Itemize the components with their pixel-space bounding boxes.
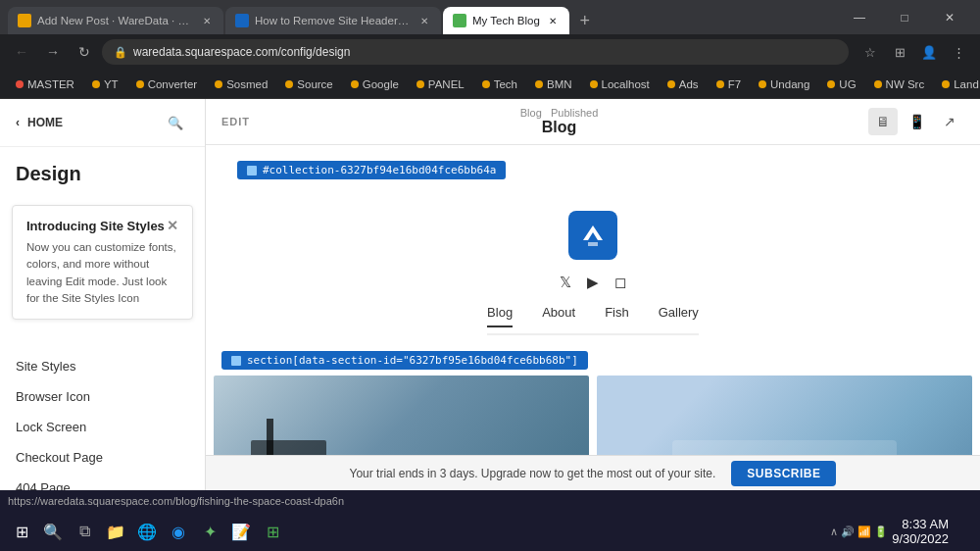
sidebar-search-button[interactable]: 🔍 xyxy=(162,109,189,136)
tooltip-close-button[interactable]: ✕ xyxy=(167,218,178,233)
tab-2[interactable]: How to Remove Site Header Sp... ✕ xyxy=(225,7,441,34)
sidebar-item-browser-icon[interactable]: Browser Icon xyxy=(0,381,205,412)
content-area: ‹ HOME 🔍 Design Introducing Site Styles … xyxy=(0,99,980,490)
bookmark-item[interactable]: Google xyxy=(343,74,407,95)
selector-badge-2-wrap: section[data-section-id="6327bf95e16bd04… xyxy=(206,345,980,376)
bookmark-item[interactable]: BMN xyxy=(527,74,580,95)
edge-icon[interactable]: ◉ xyxy=(165,518,192,545)
selector-icon-2 xyxy=(231,356,241,366)
bookmark-item[interactable]: PANEL xyxy=(409,74,472,95)
blog-title: Blog xyxy=(542,119,577,136)
refresh-button[interactable]: ↻ xyxy=(71,38,98,66)
bookmark-item[interactable]: Land xyxy=(934,74,980,95)
tab-bar: Add New Post · WareData · W... ✕ How to … xyxy=(0,0,980,34)
desktop-view-button[interactable]: 🖥 xyxy=(868,108,898,135)
tab-1-close[interactable]: ✕ xyxy=(200,14,214,27)
address-text: waredata.squarespace.com/config/design xyxy=(133,45,350,59)
tooltip-box: Introducing Site Styles ✕ Now you can cu… xyxy=(12,205,193,320)
browser-window: Add New Post · WareData · W... ✕ How to … xyxy=(0,0,980,512)
tab-2-title: How to Remove Site Header Sp... xyxy=(255,15,412,26)
file-explorer-icon[interactable]: 📁 xyxy=(102,518,129,545)
start-button[interactable]: ⊞ xyxy=(8,518,35,545)
tab-2-close[interactable]: ✕ xyxy=(417,14,431,27)
tab-3-title: My Tech Blog xyxy=(472,15,540,26)
taskbar-left: ⊞ 🔍 ⧉ 📁 🌐 ◉ ✦ 📝 ⊞ xyxy=(8,518,286,545)
browser-chrome: Add New Post · WareData · W... ✕ How to … xyxy=(0,0,980,99)
system-tray: ∧ 🔊 📶 🔋 8:33 AM 9/30/2022 xyxy=(830,517,972,546)
bookmark-item[interactable]: Undang xyxy=(751,74,817,95)
status-bar: https://waredata.squarespace.com/blog/fi… xyxy=(0,490,980,512)
upgrade-message: Your trial ends in 3 days. Upgrade now t… xyxy=(350,467,716,480)
close-button[interactable]: ✕ xyxy=(927,0,972,34)
window-controls: — □ ✕ xyxy=(837,0,972,34)
forward-button[interactable]: → xyxy=(39,38,67,66)
address-bar-actions: ☆ ⊞ 👤 ⋮ xyxy=(857,38,972,66)
nav-item-fish[interactable]: Fish xyxy=(605,305,629,326)
chrome-icon[interactable]: 🌐 xyxy=(133,518,161,545)
expand-button[interactable]: ↗ xyxy=(935,108,964,135)
taskbar-time: 8:33 AM 9/30/2022 xyxy=(892,517,949,546)
tab-1-favicon xyxy=(18,14,31,27)
tab-3[interactable]: My Tech Blog ✕ xyxy=(443,7,569,34)
nav-item-about[interactable]: About xyxy=(542,305,575,326)
nav-item-blog[interactable]: Blog xyxy=(487,305,513,327)
bookmark-item[interactable]: UG xyxy=(819,74,863,95)
extensions-icon[interactable]: ⊞ xyxy=(886,38,913,66)
instagram-icon[interactable]: ◻ xyxy=(614,274,626,291)
mobile-view-button[interactable]: 📱 xyxy=(902,108,931,135)
tab-1[interactable]: Add New Post · WareData · W... ✕ xyxy=(8,7,223,34)
home-label: HOME xyxy=(27,116,63,129)
site-header: 𝕏 ▶ ◻ BlogAboutFishGallery xyxy=(206,191,980,345)
sidebar-item-404-page[interactable]: 404 Page xyxy=(0,473,205,490)
task-view-button[interactable]: ⧉ xyxy=(71,518,98,545)
youtube-icon[interactable]: ▶ xyxy=(587,274,599,291)
subscribe-button[interactable]: SUBSCRIBE xyxy=(731,461,836,486)
edit-header: EDIT Blog Published Blog 🖥 📱 ↗ xyxy=(206,99,980,145)
address-bar[interactable]: 🔒 waredata.squarespace.com/config/design xyxy=(102,39,849,65)
selector-badge-1-wrap: #collection-6327bf94e16bd04fce6bb64a xyxy=(206,145,980,191)
sidebar-item-checkout-page[interactable]: Checkout Page xyxy=(0,442,205,473)
sidebar-item-site-styles[interactable]: Site Styles xyxy=(0,351,205,381)
bookmark-item[interactable]: Localhost xyxy=(582,74,658,95)
maximize-button[interactable]: □ xyxy=(882,0,927,34)
site-logo xyxy=(568,211,617,260)
view-controls: 🖥 📱 ↗ xyxy=(868,108,964,135)
profile-icon[interactable]: 👤 xyxy=(915,38,943,66)
lock-icon: 🔒 xyxy=(114,46,127,59)
tab-1-title: Add New Post · WareData · W... xyxy=(37,15,194,26)
menu-icon[interactable]: ⋮ xyxy=(945,38,972,66)
bookmark-item[interactable]: MASTER xyxy=(8,74,82,95)
app4-icon[interactable]: ✦ xyxy=(196,518,223,545)
bookmark-item[interactable]: Tech xyxy=(474,74,525,95)
sidebar-item-lock-screen[interactable]: Lock Screen xyxy=(0,412,205,442)
twitter-icon[interactable]: 𝕏 xyxy=(560,274,571,291)
minimize-button[interactable]: — xyxy=(837,0,882,34)
blog-breadcrumb: Blog Published xyxy=(520,107,599,119)
sidebar: ‹ HOME 🔍 Design Introducing Site Styles … xyxy=(0,99,206,490)
tab-3-close[interactable]: ✕ xyxy=(546,14,560,27)
bookmark-item[interactable]: Ads xyxy=(660,74,707,95)
status-url: https://waredata.squarespace.com/blog/fi… xyxy=(8,495,344,507)
bookmark-icon[interactable]: ☆ xyxy=(857,38,884,66)
bookmark-item[interactable]: NW Src xyxy=(866,74,933,95)
nav-item-gallery[interactable]: Gallery xyxy=(659,305,699,326)
tab-3-favicon xyxy=(453,14,466,27)
bookmark-item[interactable]: Converter xyxy=(128,74,206,95)
search-taskbar-button[interactable]: 🔍 xyxy=(39,518,67,545)
preview-area[interactable]: #collection-6327bf94e16bd04fce6bb64a xyxy=(206,145,980,490)
social-icons: 𝕏 ▶ ◻ xyxy=(560,274,626,291)
bookmark-item[interactable]: Source xyxy=(277,74,340,95)
upgrade-bar: Your trial ends in 3 days. Upgrade now t… xyxy=(206,455,980,490)
notepad-icon[interactable]: 📝 xyxy=(227,518,255,545)
tooltip-body: Now you can customize fonts, colors, and… xyxy=(26,239,178,307)
bookmark-item[interactable]: Sosmed xyxy=(207,74,275,95)
bookmark-item[interactable]: F7 xyxy=(709,74,749,95)
bookmark-item[interactable]: YT xyxy=(84,74,126,95)
edit-label: EDIT xyxy=(221,116,250,127)
excel-icon[interactable]: ⊞ xyxy=(259,518,286,545)
bookmarks-bar: MASTERYTConverterSosmedSourceGooglePANEL… xyxy=(0,70,980,99)
home-button[interactable]: ‹ HOME xyxy=(16,116,63,129)
back-button[interactable]: ← xyxy=(8,38,35,66)
blog-status: Published xyxy=(551,107,598,119)
new-tab-button[interactable]: + xyxy=(571,7,599,34)
